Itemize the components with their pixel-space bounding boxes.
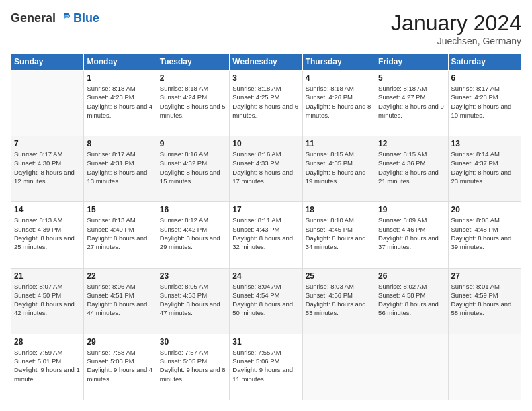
header: General Blue January 2024 Juechsen, Germ… [11, 11, 521, 46]
header-monday: Monday [84, 54, 157, 71]
weekday-header-row: Sunday Monday Tuesday Wednesday Thursday… [11, 54, 521, 71]
day-number: 26 [378, 271, 445, 281]
day-info: Sunrise: 8:13 AMSunset: 4:39 PMDaylight:… [14, 216, 81, 251]
table-row: 23Sunrise: 8:05 AMSunset: 4:53 PMDayligh… [157, 268, 229, 334]
day-number: 30 [160, 337, 226, 347]
header-tuesday: Tuesday [157, 54, 229, 71]
table-row: 5Sunrise: 8:18 AMSunset: 4:27 PMDaylight… [375, 71, 448, 136]
day-number: 31 [232, 337, 299, 347]
day-info: Sunrise: 8:01 AMSunset: 4:59 PMDaylight:… [451, 282, 518, 318]
table-row [448, 334, 521, 400]
day-info: Sunrise: 8:15 AMSunset: 4:35 PMDaylight:… [306, 150, 372, 185]
day-info: Sunrise: 7:59 AMSunset: 5:01 PMDaylight:… [14, 348, 81, 383]
day-info: Sunrise: 8:10 AMSunset: 4:45 PMDaylight:… [306, 216, 372, 251]
table-row: 20Sunrise: 8:08 AMSunset: 4:48 PMDayligh… [448, 202, 521, 268]
header-sunday: Sunday [11, 54, 84, 71]
day-number: 29 [87, 337, 153, 347]
table-row: 30Sunrise: 7:57 AMSunset: 5:05 PMDayligh… [157, 334, 229, 400]
day-number: 23 [160, 271, 226, 281]
day-number: 28 [14, 337, 81, 347]
table-row: 13Sunrise: 8:14 AMSunset: 4:37 PMDayligh… [448, 136, 521, 202]
day-info: Sunrise: 8:09 AMSunset: 4:46 PMDaylight:… [378, 216, 445, 251]
day-number: 7 [14, 139, 81, 148]
day-info: Sunrise: 8:05 AMSunset: 4:53 PMDaylight:… [160, 282, 226, 318]
day-info: Sunrise: 8:15 AMSunset: 4:36 PMDaylight:… [378, 150, 445, 185]
table-row: 26Sunrise: 8:02 AMSunset: 4:58 PMDayligh… [375, 268, 448, 334]
day-number: 12 [378, 139, 445, 148]
day-info: Sunrise: 8:16 AMSunset: 4:33 PMDaylight:… [232, 150, 299, 185]
day-info: Sunrise: 8:14 AMSunset: 4:37 PMDaylight:… [451, 150, 518, 185]
table-row: 1Sunrise: 8:18 AMSunset: 4:23 PMDaylight… [84, 71, 157, 136]
day-info: Sunrise: 8:18 AMSunset: 4:23 PMDaylight:… [87, 84, 153, 120]
day-info: Sunrise: 8:07 AMSunset: 4:50 PMDaylight:… [14, 282, 81, 318]
day-number: 4 [306, 73, 372, 83]
day-number: 2 [160, 73, 226, 83]
header-wednesday: Wednesday [230, 54, 302, 71]
day-number: 27 [451, 271, 518, 281]
location: Juechsen, Germany [391, 36, 521, 46]
day-info: Sunrise: 8:17 AMSunset: 4:31 PMDaylight:… [87, 150, 153, 185]
table-row: 14Sunrise: 8:13 AMSunset: 4:39 PMDayligh… [11, 202, 84, 268]
table-row: 4Sunrise: 8:18 AMSunset: 4:26 PMDaylight… [302, 71, 375, 136]
table-row: 22Sunrise: 8:06 AMSunset: 4:51 PMDayligh… [84, 268, 157, 334]
day-number: 22 [87, 271, 153, 281]
table-row [302, 334, 375, 400]
page: General Blue January 2024 Juechsen, Germ… [0, 0, 532, 411]
day-info: Sunrise: 8:02 AMSunset: 4:58 PMDaylight:… [378, 282, 445, 318]
day-number: 8 [87, 139, 153, 148]
calendar-week-row: 7Sunrise: 8:17 AMSunset: 4:30 PMDaylight… [11, 136, 521, 202]
table-row: 16Sunrise: 8:12 AMSunset: 4:42 PMDayligh… [157, 202, 229, 268]
day-number: 1 [87, 73, 153, 83]
title-block: January 2024 Juechsen, Germany [391, 11, 521, 46]
table-row: 29Sunrise: 7:58 AMSunset: 5:03 PMDayligh… [84, 334, 157, 400]
day-info: Sunrise: 8:17 AMSunset: 4:30 PMDaylight:… [14, 150, 81, 185]
day-info: Sunrise: 8:06 AMSunset: 4:51 PMDaylight:… [87, 282, 153, 318]
day-info: Sunrise: 8:18 AMSunset: 4:24 PMDaylight:… [160, 84, 226, 120]
logo-general-text: General [11, 11, 56, 26]
table-row: 18Sunrise: 8:10 AMSunset: 4:45 PMDayligh… [302, 202, 375, 268]
day-number: 25 [306, 271, 372, 281]
day-number: 14 [14, 205, 81, 214]
table-row: 11Sunrise: 8:15 AMSunset: 4:35 PMDayligh… [302, 136, 375, 202]
day-info: Sunrise: 8:17 AMSunset: 4:28 PMDaylight:… [451, 84, 518, 120]
table-row: 19Sunrise: 8:09 AMSunset: 4:46 PMDayligh… [375, 202, 448, 268]
table-row: 21Sunrise: 8:07 AMSunset: 4:50 PMDayligh… [11, 268, 84, 334]
day-info: Sunrise: 8:18 AMSunset: 4:25 PMDaylight:… [232, 84, 299, 120]
table-row: 25Sunrise: 8:03 AMSunset: 4:56 PMDayligh… [302, 268, 375, 334]
calendar-week-row: 14Sunrise: 8:13 AMSunset: 4:39 PMDayligh… [11, 202, 521, 268]
day-info: Sunrise: 7:57 AMSunset: 5:05 PMDaylight:… [160, 348, 226, 383]
table-row: 28Sunrise: 7:59 AMSunset: 5:01 PMDayligh… [11, 334, 84, 400]
day-number: 15 [87, 205, 153, 214]
day-number: 5 [378, 73, 445, 83]
logo: General Blue [11, 11, 99, 26]
header-friday: Friday [375, 54, 448, 71]
table-row: 8Sunrise: 8:17 AMSunset: 4:31 PMDaylight… [84, 136, 157, 202]
day-info: Sunrise: 8:03 AMSunset: 4:56 PMDaylight:… [306, 282, 372, 318]
table-row: 15Sunrise: 8:13 AMSunset: 4:40 PMDayligh… [84, 202, 157, 268]
calendar-week-row: 21Sunrise: 8:07 AMSunset: 4:50 PMDayligh… [11, 268, 521, 334]
day-number: 18 [306, 205, 372, 214]
day-info: Sunrise: 8:18 AMSunset: 4:27 PMDaylight:… [378, 84, 445, 120]
day-info: Sunrise: 7:58 AMSunset: 5:03 PMDaylight:… [87, 348, 153, 383]
day-number: 19 [378, 205, 445, 214]
day-info: Sunrise: 8:08 AMSunset: 4:48 PMDaylight:… [451, 216, 518, 251]
header-thursday: Thursday [302, 54, 375, 71]
table-row [11, 71, 84, 136]
table-row: 2Sunrise: 8:18 AMSunset: 4:24 PMDaylight… [157, 71, 229, 136]
day-info: Sunrise: 8:12 AMSunset: 4:42 PMDaylight:… [160, 216, 226, 251]
day-number: 24 [232, 271, 299, 281]
calendar-week-row: 1Sunrise: 8:18 AMSunset: 4:23 PMDaylight… [11, 71, 521, 136]
logo-bird-icon [57, 11, 72, 26]
table-row: 31Sunrise: 7:55 AMSunset: 5:06 PMDayligh… [230, 334, 302, 400]
day-info: Sunrise: 8:13 AMSunset: 4:40 PMDaylight:… [87, 216, 153, 251]
table-row: 27Sunrise: 8:01 AMSunset: 4:59 PMDayligh… [448, 268, 521, 334]
header-saturday: Saturday [448, 54, 521, 71]
day-number: 9 [160, 139, 226, 148]
table-row: 3Sunrise: 8:18 AMSunset: 4:25 PMDaylight… [230, 71, 302, 136]
day-number: 21 [14, 271, 81, 281]
month-title: January 2024 [391, 11, 521, 36]
logo-blue-text: Blue [73, 11, 99, 26]
table-row: 17Sunrise: 8:11 AMSunset: 4:43 PMDayligh… [230, 202, 302, 268]
day-number: 16 [160, 205, 226, 214]
day-number: 20 [451, 205, 518, 214]
